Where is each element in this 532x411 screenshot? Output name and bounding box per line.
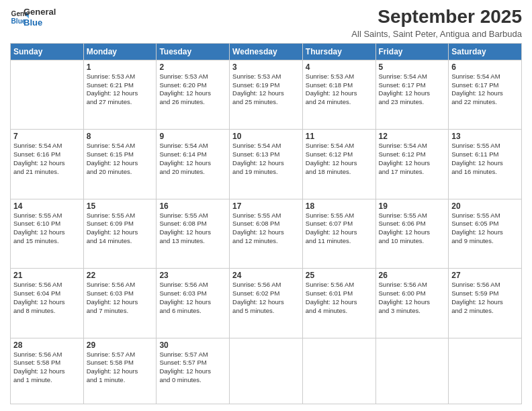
table-row: 25Sunrise: 5:56 AM Sunset: 6:01 PM Dayli… [302, 269, 375, 338]
day-number: 8 [87, 132, 154, 141]
table-row: 29Sunrise: 5:57 AM Sunset: 5:58 PM Dayli… [83, 338, 157, 404]
day-number: 28 [13, 340, 81, 350]
day-number: 12 [379, 132, 446, 141]
day-number: 10 [232, 132, 300, 141]
logo-line2: Blue [24, 17, 56, 28]
day-number: 27 [451, 271, 519, 280]
day-info: Sunrise: 5:54 AM Sunset: 6:17 PM Dayligh… [451, 73, 519, 107]
day-number: 26 [379, 271, 446, 280]
table-row: 30Sunrise: 5:57 AM Sunset: 5:57 PM Dayli… [157, 338, 230, 404]
col-thursday: Thursday [302, 43, 375, 60]
table-row: 26Sunrise: 5:56 AM Sunset: 6:00 PM Dayli… [375, 269, 449, 338]
col-wednesday: Wednesday [230, 43, 303, 60]
table-row [302, 338, 375, 404]
table-row: 7Sunrise: 5:54 AM Sunset: 6:16 PM Daylig… [11, 130, 84, 199]
day-info: Sunrise: 5:55 AM Sunset: 6:09 PM Dayligh… [87, 212, 154, 246]
table-row: 28Sunrise: 5:56 AM Sunset: 5:58 PM Dayli… [11, 338, 84, 404]
day-info: Sunrise: 5:53 AM Sunset: 6:20 PM Dayligh… [159, 73, 226, 107]
day-info: Sunrise: 5:54 AM Sunset: 6:12 PM Dayligh… [379, 142, 446, 176]
day-info: Sunrise: 5:57 AM Sunset: 5:57 PM Dayligh… [159, 351, 226, 385]
day-info: Sunrise: 5:56 AM Sunset: 5:58 PM Dayligh… [13, 351, 81, 385]
table-row: 19Sunrise: 5:55 AM Sunset: 6:06 PM Dayli… [375, 199, 449, 268]
day-number: 23 [159, 271, 226, 280]
day-number: 1 [87, 62, 154, 72]
day-info: Sunrise: 5:56 AM Sunset: 6:04 PM Dayligh… [13, 281, 81, 315]
day-number: 16 [159, 201, 226, 211]
day-number: 20 [451, 201, 519, 211]
day-info: Sunrise: 5:56 AM Sunset: 6:01 PM Dayligh… [306, 281, 373, 315]
day-number: 21 [13, 271, 81, 280]
calendar-table: Sunday Monday Tuesday Wednesday Thursday… [10, 43, 522, 404]
table-row: 17Sunrise: 5:55 AM Sunset: 6:08 PM Dayli… [230, 199, 303, 268]
day-info: Sunrise: 5:57 AM Sunset: 5:58 PM Dayligh… [87, 351, 154, 385]
day-number: 15 [87, 201, 154, 211]
table-row: 9Sunrise: 5:54 AM Sunset: 6:14 PM Daylig… [157, 130, 230, 199]
header-row: Sunday Monday Tuesday Wednesday Thursday… [11, 43, 522, 60]
table-row: 5Sunrise: 5:54 AM Sunset: 6:17 PM Daylig… [375, 60, 449, 129]
table-row: 4Sunrise: 5:53 AM Sunset: 6:18 PM Daylig… [302, 60, 375, 129]
table-row: 11Sunrise: 5:54 AM Sunset: 6:12 PM Dayli… [302, 130, 375, 199]
col-friday: Friday [375, 43, 449, 60]
day-number: 22 [87, 271, 154, 280]
day-number: 4 [306, 62, 373, 72]
table-row [11, 60, 84, 129]
day-number: 7 [13, 132, 81, 141]
location-subtitle: All Saints, Saint Peter, Antigua and Bar… [351, 29, 522, 39]
day-number: 30 [159, 340, 226, 350]
table-row [230, 338, 303, 404]
day-info: Sunrise: 5:54 AM Sunset: 6:12 PM Dayligh… [306, 142, 373, 176]
day-number: 14 [13, 201, 81, 211]
table-row [375, 338, 449, 404]
table-row [449, 338, 522, 404]
day-number: 5 [379, 62, 446, 72]
table-row: 15Sunrise: 5:55 AM Sunset: 6:09 PM Dayli… [83, 199, 157, 268]
day-number: 29 [87, 340, 154, 350]
col-monday: Monday [83, 43, 157, 60]
day-number: 3 [232, 62, 300, 72]
day-info: Sunrise: 5:55 AM Sunset: 6:07 PM Dayligh… [306, 212, 373, 246]
col-sunday: Sunday [11, 43, 84, 60]
day-number: 9 [159, 132, 226, 141]
table-row: 2Sunrise: 5:53 AM Sunset: 6:20 PM Daylig… [157, 60, 230, 129]
table-row: 10Sunrise: 5:54 AM Sunset: 6:13 PM Dayli… [230, 130, 303, 199]
day-number: 2 [159, 62, 226, 72]
day-info: Sunrise: 5:55 AM Sunset: 6:06 PM Dayligh… [379, 212, 446, 246]
col-tuesday: Tuesday [157, 43, 230, 60]
day-number: 17 [232, 201, 300, 211]
table-row: 13Sunrise: 5:55 AM Sunset: 6:11 PM Dayli… [449, 130, 522, 199]
col-saturday: Saturday [449, 43, 522, 60]
day-number: 11 [306, 132, 373, 141]
table-row: 3Sunrise: 5:53 AM Sunset: 6:19 PM Daylig… [230, 60, 303, 129]
day-info: Sunrise: 5:55 AM Sunset: 6:10 PM Dayligh… [13, 212, 81, 246]
day-number: 25 [306, 271, 373, 280]
day-number: 13 [451, 132, 519, 141]
table-row: 18Sunrise: 5:55 AM Sunset: 6:07 PM Dayli… [302, 199, 375, 268]
table-row: 16Sunrise: 5:55 AM Sunset: 6:08 PM Dayli… [157, 199, 230, 268]
day-info: Sunrise: 5:53 AM Sunset: 6:19 PM Dayligh… [232, 73, 300, 107]
day-info: Sunrise: 5:53 AM Sunset: 6:21 PM Dayligh… [87, 73, 154, 107]
logo: General Blue General Blue [10, 7, 56, 28]
table-row: 22Sunrise: 5:56 AM Sunset: 6:03 PM Dayli… [83, 269, 157, 338]
table-row: 14Sunrise: 5:55 AM Sunset: 6:10 PM Dayli… [11, 199, 84, 268]
day-info: Sunrise: 5:55 AM Sunset: 6:08 PM Dayligh… [159, 212, 226, 246]
table-row: 8Sunrise: 5:54 AM Sunset: 6:15 PM Daylig… [83, 130, 157, 199]
day-info: Sunrise: 5:54 AM Sunset: 6:17 PM Dayligh… [379, 73, 446, 107]
month-title: September 2025 [351, 7, 522, 28]
title-block: September 2025 All Saints, Saint Peter, … [351, 7, 522, 39]
page: General Blue General Blue September 2025… [0, 0, 532, 411]
day-info: Sunrise: 5:56 AM Sunset: 6:03 PM Dayligh… [87, 281, 154, 315]
day-info: Sunrise: 5:54 AM Sunset: 6:15 PM Dayligh… [87, 142, 154, 176]
table-row: 6Sunrise: 5:54 AM Sunset: 6:17 PM Daylig… [449, 60, 522, 129]
table-row: 21Sunrise: 5:56 AM Sunset: 6:04 PM Dayli… [11, 269, 84, 338]
header: General Blue General Blue September 2025… [10, 7, 522, 39]
table-row: 1Sunrise: 5:53 AM Sunset: 6:21 PM Daylig… [83, 60, 157, 129]
table-row: 23Sunrise: 5:56 AM Sunset: 6:03 PM Dayli… [157, 269, 230, 338]
day-number: 18 [306, 201, 373, 211]
logo-line1: General [24, 7, 56, 17]
day-info: Sunrise: 5:54 AM Sunset: 6:14 PM Dayligh… [159, 142, 226, 176]
day-number: 19 [379, 201, 446, 211]
table-row: 24Sunrise: 5:56 AM Sunset: 6:02 PM Dayli… [230, 269, 303, 338]
table-row: 20Sunrise: 5:55 AM Sunset: 6:05 PM Dayli… [449, 199, 522, 268]
day-info: Sunrise: 5:54 AM Sunset: 6:13 PM Dayligh… [232, 142, 300, 176]
table-row: 12Sunrise: 5:54 AM Sunset: 6:12 PM Dayli… [375, 130, 449, 199]
